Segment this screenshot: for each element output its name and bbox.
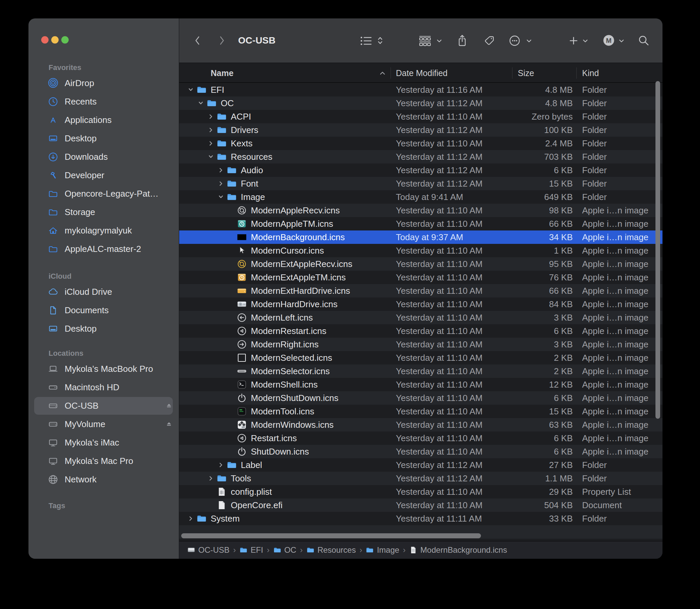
chevron-down-icon[interactable] bbox=[198, 100, 204, 106]
tag-icon[interactable] bbox=[484, 35, 495, 46]
chevron-right-icon[interactable] bbox=[208, 475, 214, 481]
chevron-right-icon[interactable] bbox=[218, 462, 224, 468]
table-row[interactable]: ModernExtAppleTM.icnsYesterday at 11:10 … bbox=[179, 271, 663, 284]
chevron-right-icon[interactable] bbox=[208, 114, 214, 119]
sidebar-item-mykolagrymalyuk[interactable]: mykolagrymalyuk bbox=[29, 222, 179, 240]
table-row[interactable]: KextsYesterday at 11:10 AM2.4 MBFolder bbox=[179, 137, 663, 150]
sidebar-item-airdrop[interactable]: AirDrop bbox=[29, 74, 179, 92]
table-row[interactable]: ModernLeft.icnsYesterday at 11:10 AM3 KB… bbox=[179, 311, 663, 324]
table-row[interactable]: config.plistYesterday at 11:10 AM29 KBPr… bbox=[179, 485, 663, 499]
table-row[interactable]: AudioYesterday at 11:12 AM6 KBFolder bbox=[179, 163, 663, 177]
table-row[interactable]: ToolsYesterday at 11:12 AM1.1 MBFolder bbox=[179, 472, 663, 485]
path-item-image[interactable]: Image bbox=[366, 545, 399, 555]
table-row[interactable]: ModernShell.icnsYesterday at 11:10 AM12 … bbox=[179, 378, 663, 391]
sidebar-item-developer[interactable]: Developer bbox=[29, 166, 179, 185]
eject-icon[interactable] bbox=[164, 420, 174, 429]
table-row[interactable]: SystemYesterday at 11:11 AM33 KBFolder bbox=[179, 512, 663, 525]
chevron-right-icon[interactable] bbox=[208, 127, 214, 133]
sidebar-item-applealc-master-2[interactable]: AppleALC-master-2 bbox=[29, 240, 179, 258]
sidebar-item-recents[interactable]: Recents bbox=[29, 92, 179, 111]
sort-ascending-icon[interactable] bbox=[380, 71, 385, 75]
more-actions-icon[interactable] bbox=[509, 35, 521, 47]
group-view-icon[interactable] bbox=[418, 35, 432, 46]
horizontal-scrollbar[interactable] bbox=[181, 533, 481, 538]
table-row[interactable]: ModernWindows.icnsYesterday at 11:10 AM6… bbox=[179, 418, 663, 432]
close-button[interactable] bbox=[41, 36, 49, 44]
chevron-right-icon[interactable] bbox=[218, 180, 224, 186]
more-chevron-icon[interactable] bbox=[526, 38, 532, 43]
column-header-kind[interactable]: Kind bbox=[582, 63, 599, 83]
sidebar-item-network[interactable]: Network bbox=[29, 470, 179, 489]
eject-icon[interactable] bbox=[164, 401, 174, 410]
chevron-right-icon[interactable] bbox=[218, 167, 224, 173]
group-chevron-icon[interactable] bbox=[436, 38, 442, 43]
path-item-resources[interactable]: Resources bbox=[307, 545, 356, 555]
vertical-scrollbar[interactable] bbox=[655, 81, 660, 419]
table-row[interactable]: ShutDown.icnsYesterday at 11:10 AM6 KBAp… bbox=[179, 445, 663, 458]
column-header-name[interactable]: Name bbox=[211, 63, 233, 83]
table-row[interactable]: ModernExtHardDrive.icnsYesterday at 11:1… bbox=[179, 284, 663, 297]
path-item-modernbackground-icns[interactable]: ModernBackground.icns bbox=[409, 545, 507, 555]
table-row[interactable]: Restart.icnsYesterday at 11:10 AM6 KBApp… bbox=[179, 432, 663, 445]
table-row[interactable]: ModernBackground.icnsToday at 9:37 AM34 … bbox=[179, 230, 663, 244]
add-chevron-icon[interactable] bbox=[582, 38, 588, 43]
sidebar-item-storage[interactable]: Storage bbox=[29, 203, 179, 222]
list-view-icon[interactable] bbox=[360, 36, 372, 46]
forward-icon[interactable] bbox=[219, 35, 225, 46]
sidebar-item-myvolume[interactable]: MyVolume bbox=[29, 415, 179, 433]
table-row[interactable]: OpenCore.efiYesterday at 11:10 AM504 KBD… bbox=[179, 499, 663, 512]
table-row[interactable]: DriversYesterday at 11:12 AM100 KBFolder bbox=[179, 123, 663, 137]
table-row[interactable]: ModernTool.icnsYesterday at 11:10 AM15 K… bbox=[179, 405, 663, 418]
zoom-button[interactable] bbox=[61, 36, 69, 44]
sidebar-item-mykola-s-mac-pro[interactable]: Mykola’s Mac Pro bbox=[29, 452, 179, 470]
search-icon[interactable] bbox=[638, 35, 650, 47]
sidebar-item-desktop[interactable]: Desktop bbox=[29, 319, 179, 338]
sidebar-item-documents[interactable]: Documents bbox=[29, 301, 179, 319]
table-row[interactable]: OCYesterday at 11:12 AM4.8 MBFolder bbox=[179, 97, 663, 110]
table-row[interactable]: LabelYesterday at 11:12 AM27 KBFolder bbox=[179, 458, 663, 472]
account-chevron-icon[interactable] bbox=[618, 38, 624, 43]
sidebar-item-oc-usb[interactable]: OC-USB bbox=[29, 397, 179, 415]
table-row[interactable]: ModernAppleTM.icnsYesterday at 11:10 AM6… bbox=[179, 217, 663, 230]
account-avatar[interactable]: M bbox=[602, 34, 615, 47]
minimize-button[interactable] bbox=[51, 36, 58, 44]
chevron-down-icon[interactable] bbox=[188, 87, 194, 92]
path-item-efi[interactable]: EFI bbox=[240, 545, 263, 555]
table-row[interactable]: ModernShutDown.icnsYesterday at 11:10 AM… bbox=[179, 391, 663, 405]
sidebar-item-desktop[interactable]: Desktop bbox=[29, 129, 179, 148]
back-icon[interactable] bbox=[194, 35, 200, 46]
table-row[interactable]: ACPIYesterday at 11:10 AMZero bytesFolde… bbox=[179, 110, 663, 123]
sidebar-item-macintosh-hd[interactable]: Macintosh HD bbox=[29, 378, 179, 397]
sidebar-item-mykola-s-imac[interactable]: Mykola’s iMac bbox=[29, 433, 179, 452]
table-row[interactable]: ModernSelected.icnsYesterday at 11:10 AM… bbox=[179, 351, 663, 364]
path-item-oc[interactable]: OC bbox=[273, 545, 296, 555]
chevron-down-icon[interactable] bbox=[218, 194, 224, 199]
table-row[interactable]: ResourcesYesterday at 11:12 AM703 KBFold… bbox=[179, 150, 663, 163]
column-header-date[interactable]: Date Modified bbox=[396, 63, 448, 83]
table-row[interactable]: ModernCursor.icnsYesterday at 11:10 AM1 … bbox=[179, 244, 663, 257]
chevron-right-icon[interactable] bbox=[188, 516, 194, 521]
drive-ext-icon bbox=[48, 419, 58, 430]
sidebar-item-opencore-legacy-pat-[interactable]: Opencore-Legacy-Pat… bbox=[29, 185, 179, 203]
table-row[interactable]: ModernExtAppleRecv.icnsYesterday at 11:1… bbox=[179, 257, 663, 271]
table-row[interactable]: ModernHardDrive.icnsYesterday at 11:10 A… bbox=[179, 297, 663, 311]
sidebar-item-mykola-s-macbook-pro[interactable]: Mykola’s MacBook Pro bbox=[29, 360, 179, 378]
file-name: ModernWindows.icns bbox=[251, 418, 334, 432]
sidebar-item-icloud-drive[interactable]: iCloud Drive bbox=[29, 283, 179, 301]
chevron-down-icon[interactable] bbox=[208, 154, 214, 159]
share-icon[interactable] bbox=[457, 34, 467, 47]
table-row[interactable]: ImageToday at 9:41 AM649 KBFolder bbox=[179, 190, 663, 204]
table-row[interactable]: ModernRestart.icnsYesterday at 11:10 AM6… bbox=[179, 324, 663, 338]
sidebar-item-downloads[interactable]: Downloads bbox=[29, 148, 179, 166]
table-row[interactable]: ModernAppleRecv.icnsYesterday at 11:10 A… bbox=[179, 204, 663, 217]
table-row[interactable]: EFIYesterday at 11:16 AM4.8 MBFolder bbox=[179, 83, 663, 97]
add-icon[interactable] bbox=[569, 36, 578, 45]
path-item-oc-usb[interactable]: OC-USB bbox=[187, 545, 229, 555]
table-row[interactable]: ModernSelector.icnsYesterday at 11:10 AM… bbox=[179, 364, 663, 378]
sidebar-item-applications[interactable]: Applications bbox=[29, 111, 179, 129]
view-stepper-icon[interactable] bbox=[378, 36, 383, 45]
table-row[interactable]: FontYesterday at 11:12 AM15 KBFolder bbox=[179, 177, 663, 190]
column-header-size[interactable]: Size bbox=[518, 63, 534, 83]
chevron-right-icon[interactable] bbox=[208, 140, 214, 146]
table-row[interactable]: ModernRight.icnsYesterday at 11:10 AM3 K… bbox=[179, 338, 663, 351]
